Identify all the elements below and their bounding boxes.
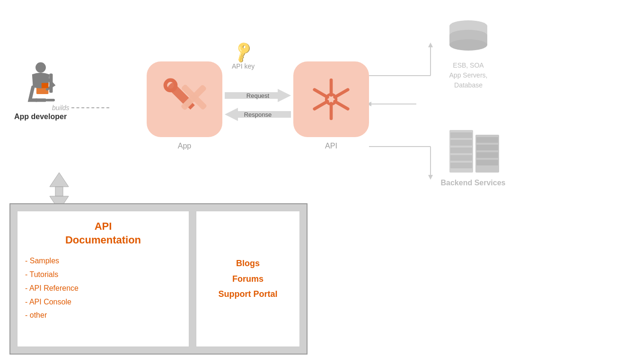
- backend-services-area: Backend Services: [440, 128, 506, 187]
- svg-rect-39: [476, 152, 498, 158]
- request-arrow: Request: [225, 89, 291, 102]
- svg-marker-41: [50, 173, 69, 187]
- app-label: App: [168, 142, 201, 150]
- doc-item-other: - other: [25, 309, 181, 322]
- svg-point-29: [449, 39, 487, 51]
- svg-rect-12: [330, 102, 333, 121]
- api-label: API: [317, 142, 345, 150]
- developer-figure: [22, 61, 60, 109]
- wrench-pencil-icon: [158, 73, 211, 125]
- builds-text: builds: [52, 104, 70, 112]
- svg-rect-37: [476, 137, 498, 143]
- api-wheel-icon: [305, 73, 357, 125]
- app-box: [147, 61, 222, 137]
- svg-rect-14: [312, 99, 330, 111]
- response-arrow-shape: [225, 108, 291, 121]
- api-box: [293, 61, 369, 137]
- doc-items-list: - Samples - Tutorials - API Reference - …: [25, 254, 181, 322]
- svg-rect-16: [312, 87, 330, 99]
- api-documentation-box: API Documentation - Samples - Tutorials …: [17, 211, 189, 347]
- developer-section: App developer: [14, 61, 67, 121]
- doc-item-samples: - Samples: [25, 254, 181, 268]
- portal-outer-box: API Documentation - Samples - Tutorials …: [9, 203, 308, 355]
- svg-rect-32: [450, 140, 472, 146]
- response-arrow: Response: [225, 108, 291, 121]
- svg-marker-19: [428, 43, 433, 47]
- server-rack-icon: [440, 128, 506, 175]
- svg-rect-15: [333, 99, 350, 111]
- doc-item-tutorials: - Tutorials: [25, 268, 181, 282]
- svg-rect-33: [450, 147, 472, 153]
- developer-label: App developer: [14, 113, 67, 121]
- api-key-label: API key: [232, 62, 255, 70]
- esb-area: ESB, SOA App Servers, Database: [440, 19, 497, 90]
- api-doc-title: API Documentation: [25, 220, 181, 247]
- svg-marker-21: [369, 102, 371, 106]
- backend-label: Backend Services: [441, 179, 506, 187]
- community-box: Blogs Forums Support Portal: [196, 211, 300, 347]
- svg-rect-42: [55, 187, 63, 196]
- esb-label: ESB, SOA App Servers, Database: [449, 61, 488, 90]
- svg-rect-31: [450, 132, 472, 138]
- svg-marker-24: [428, 175, 433, 180]
- svg-point-0: [35, 62, 46, 73]
- svg-rect-38: [476, 145, 498, 150]
- request-arrow-shape: [225, 89, 291, 102]
- api-key-area: 🔑 API key: [232, 43, 255, 70]
- svg-rect-3: [41, 83, 48, 88]
- svg-rect-35: [450, 163, 472, 168]
- svg-rect-13: [333, 87, 350, 99]
- database-icon: [440, 19, 497, 57]
- svg-rect-40: [476, 160, 498, 165]
- dashed-connector: [71, 107, 109, 108]
- svg-rect-34: [450, 155, 472, 161]
- doc-item-api-console: - API Console: [25, 295, 181, 309]
- key-icon: 🔑: [230, 39, 256, 64]
- builds-line: builds: [52, 104, 109, 112]
- doc-item-api-reference: - API Reference: [25, 282, 181, 295]
- svg-rect-11: [330, 78, 333, 97]
- svg-rect-2: [49, 73, 53, 93]
- community-text: Blogs Forums Support Portal: [219, 256, 278, 302]
